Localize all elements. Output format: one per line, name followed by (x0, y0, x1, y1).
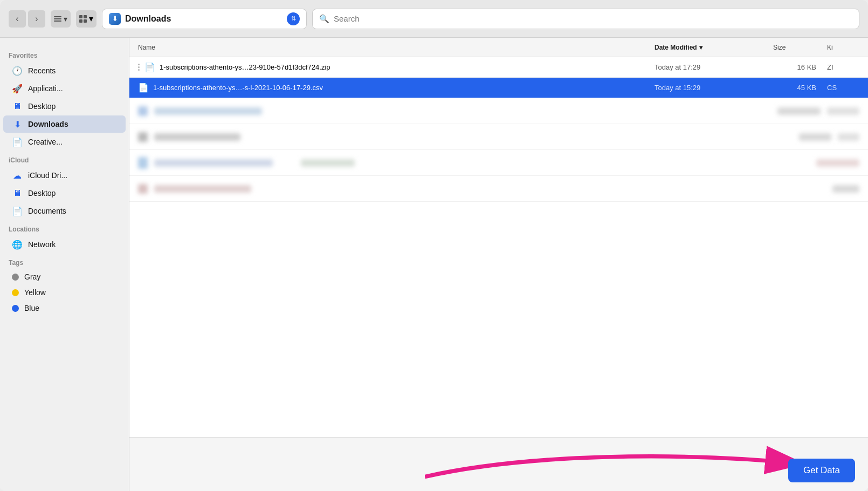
blue-tag-dot (12, 305, 19, 312)
sidebar-item-label: Documents (28, 207, 66, 215)
col-header-date[interactable]: Date Modified ▾ (655, 44, 773, 51)
icloud-desktop-icon: 🖥 (12, 188, 23, 199)
list-icon (54, 15, 61, 23)
sidebar-item-label: Yellow (24, 288, 46, 297)
list-view-button[interactable]: ▾ (51, 10, 71, 28)
sidebar-item-desktop[interactable]: 🖥 Desktop (3, 98, 126, 115)
file-size: 45 KB (773, 84, 827, 92)
file-list: 📄 1-subscriptions-athento-ys…23-910e-57d… (129, 57, 868, 437)
desktop-icon: 🖥 (12, 101, 23, 112)
file-kind: ZI (827, 63, 859, 71)
file-area: Name Date Modified ▾ Size Ki 📄 1-subscri… (129, 38, 868, 491)
downloads-icon: ⬇ (12, 119, 23, 129)
favorites-section-label: Favorites (0, 46, 129, 62)
tags-section-label: Tags (0, 254, 129, 269)
yellow-tag-dot (12, 289, 19, 296)
creative-icon: 📄 (12, 137, 23, 147)
location-bar[interactable]: ⬇ Downloads ⇅ (102, 9, 307, 29)
table-row[interactable]: 📄 1-subscriptions-athento-ys…-s-l-2021-1… (129, 78, 868, 98)
sidebar-item-creative[interactable]: 📄 Creative... (3, 133, 126, 151)
col-header-kind[interactable]: Ki (827, 44, 859, 51)
sidebar-item-label: Applicati... (28, 84, 63, 93)
sidebar-item-documents[interactable]: 📄 Documents (3, 202, 126, 220)
sort-indicator: ▾ (699, 44, 702, 51)
file-icon: 📄 (144, 62, 155, 73)
nav-buttons: ‹ › (9, 10, 45, 28)
location-title: Downloads (125, 14, 283, 24)
location-stepper[interactable]: ⇅ (287, 12, 300, 25)
sidebar-item-tag-blue[interactable]: Blue (3, 301, 126, 316)
sidebar-item-tag-yellow[interactable]: Yellow (3, 285, 126, 300)
search-bar[interactable]: 🔍 (312, 9, 859, 29)
sidebar-item-label: Network (28, 240, 56, 249)
finder-window: ‹ › ▾ ▾ ⬇ Downloads ⇅ 🔍 (0, 0, 868, 491)
grid-view-button[interactable]: ▾ (76, 10, 97, 28)
grid-view-chevron: ▾ (89, 13, 93, 24)
file-kind: CS (827, 84, 859, 92)
file-name: 1-subscriptions-athento-ys…-s-l-2021-10-… (153, 84, 655, 92)
list-view-chevron: ▾ (64, 15, 67, 23)
col-header-size[interactable]: Size (773, 44, 827, 51)
sidebar-item-label: Downloads (28, 120, 68, 128)
file-date: Today at 15:29 (655, 84, 773, 92)
get-data-button[interactable]: Get Data (788, 459, 855, 482)
icloud-section-label: iCloud (0, 151, 129, 166)
gray-tag-dot (12, 274, 19, 281)
blurred-row-2 (129, 124, 868, 150)
sidebar-item-label: iCloud Dri... (28, 171, 67, 180)
toolbar: ‹ › ▾ ▾ ⬇ Downloads ⇅ 🔍 (0, 0, 868, 38)
file-name: 1-subscriptions-athento-ys…23-910e-57d1f… (160, 63, 655, 71)
grid-icon (79, 15, 87, 23)
network-icon: 🌐 (12, 239, 23, 250)
back-button[interactable]: ‹ (9, 10, 26, 28)
blurred-row-3 (129, 150, 868, 176)
sidebar-item-icloud-desktop[interactable]: 🖥 Desktop (3, 185, 126, 202)
col-header-name[interactable]: Name (138, 44, 655, 51)
arrow-annotation (425, 442, 831, 486)
search-input[interactable] (334, 14, 852, 23)
file-size: 16 KB (773, 63, 827, 71)
file-icon: 📄 (138, 82, 149, 94)
sidebar-item-network[interactable]: 🌐 Network (3, 236, 126, 253)
sidebar-item-label: Creative... (28, 138, 63, 146)
file-date: Today at 17:29 (655, 63, 773, 71)
drag-handle (138, 63, 141, 72)
column-headers: Name Date Modified ▾ Size Ki (129, 38, 868, 57)
table-row[interactable]: 📄 1-subscriptions-athento-ys…23-910e-57d… (129, 57, 868, 78)
applications-icon: 🚀 (12, 83, 23, 94)
sidebar-item-applications[interactable]: 🚀 Applicati... (3, 80, 126, 97)
sidebar-item-label: Recents (28, 66, 56, 75)
sidebar-item-label: Desktop (28, 189, 56, 197)
locations-section-label: Locations (0, 220, 129, 235)
sidebar-item-tag-gray[interactable]: Gray (3, 269, 126, 284)
bottom-bar: Get Data (129, 437, 868, 491)
icloud-drive-icon: ☁ (12, 170, 23, 181)
sidebar: Favorites 🕐 Recents 🚀 Applicati... 🖥 Des… (0, 38, 129, 491)
forward-button[interactable]: › (28, 10, 45, 28)
main-content: Favorites 🕐 Recents 🚀 Applicati... 🖥 Des… (0, 38, 868, 491)
recents-icon: 🕐 (12, 65, 23, 76)
search-icon: 🔍 (319, 14, 329, 24)
downloads-folder-icon: ⬇ (109, 13, 121, 25)
sidebar-item-label: Blue (24, 304, 39, 312)
sidebar-item-label: Gray (24, 272, 40, 281)
sidebar-item-icloud-drive[interactable]: ☁ iCloud Dri... (3, 167, 126, 184)
sidebar-item-label: Desktop (28, 102, 56, 111)
blurred-row-4 (129, 176, 868, 202)
sidebar-item-recents[interactable]: 🕐 Recents (3, 62, 126, 79)
documents-icon: 📄 (12, 206, 23, 216)
sidebar-item-downloads[interactable]: ⬇ Downloads (3, 115, 126, 133)
blurred-row-1 (129, 98, 868, 124)
